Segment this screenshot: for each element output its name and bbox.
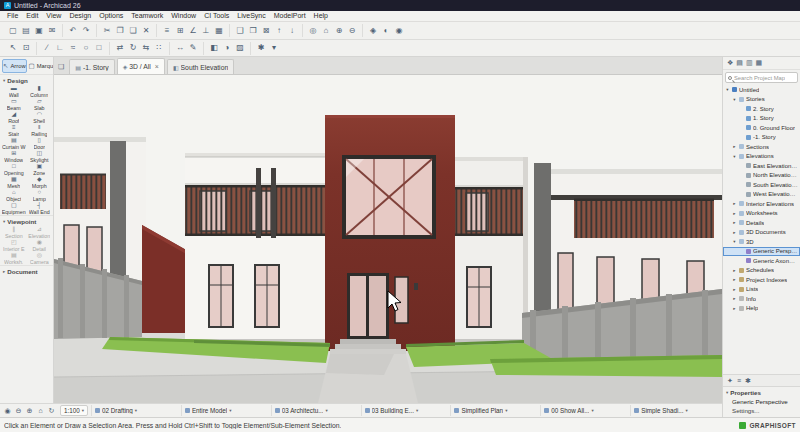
tree-expand-icon[interactable]: ▸: [732, 306, 737, 311]
toolbox-section-header[interactable]: ▾ Design: [0, 74, 53, 85]
tree-item[interactable]: 1. Story: [723, 114, 800, 124]
view-tab[interactable]: ◈ 3D / All ×: [117, 58, 165, 74]
tree-item[interactable]: ▸ Schedules: [723, 266, 800, 276]
render-icon[interactable]: ◐: [380, 25, 392, 37]
morph-tool[interactable]: ◆ Morph: [27, 176, 53, 189]
tree-expand-icon[interactable]: ▸: [732, 201, 737, 206]
section-display-icon[interactable]: ◧: [208, 42, 220, 54]
tree-expand-icon[interactable]: ▾: [732, 239, 737, 244]
stair-tool[interactable]: ≡ Stair: [1, 124, 27, 137]
marquee-tool-button[interactable]: ▢ Marquee: [28, 59, 54, 73]
arrow-tool-button[interactable]: ↖ Arrow: [2, 59, 27, 73]
gravity-icon[interactable]: ⊥: [200, 25, 212, 37]
tab-list-icon[interactable]: ❏: [56, 63, 66, 71]
opening-tool[interactable]: □ Opening: [1, 163, 27, 176]
more-tools-icon[interactable]: ▾: [268, 42, 280, 54]
menu-item[interactable]: File: [3, 11, 22, 21]
zone-tool[interactable]: ▣ Zone: [27, 163, 53, 176]
tree-item[interactable]: ▸ Worksheets: [723, 209, 800, 219]
section-tool[interactable]: ∥ Section: [1, 226, 27, 239]
undo-icon[interactable]: ↶: [67, 25, 79, 37]
draw-rect-icon[interactable]: □: [93, 42, 105, 54]
properties-header[interactable]: ▾ Properties: [723, 387, 800, 397]
worksheet-tool[interactable]: ▤ Worksh.: [1, 252, 27, 265]
door-tool[interactable]: ▯ Door: [27, 137, 53, 150]
tree-item[interactable]: South Elevation (Auto-...: [723, 180, 800, 190]
tree-item[interactable]: ▸ Info: [723, 294, 800, 304]
menu-item[interactable]: Options: [95, 11, 127, 21]
redo-icon[interactable]: ↷: [80, 25, 92, 37]
zoom-out-icon[interactable]: ⊖: [13, 407, 24, 415]
toolbox-section-header[interactable]: ▾ Viewpoint: [0, 215, 53, 226]
draw-polyline-icon[interactable]: ∟: [54, 42, 66, 54]
tree-expand-icon[interactable]: ▸: [732, 211, 737, 216]
zoom-in-icon[interactable]: ⊕: [333, 25, 345, 37]
marquee-select-icon[interactable]: ⊡: [20, 42, 32, 54]
shell-tool[interactable]: ◠ Shell: [27, 111, 53, 124]
view-tab[interactable]: ◧ South Elevation: [167, 59, 234, 74]
mesh-tool[interactable]: ▦ Mesh: [1, 176, 27, 189]
quick-option-dropdown[interactable]: Simplified Plan ▾: [450, 405, 540, 416]
orbit-icon[interactable]: ◎: [307, 25, 319, 37]
tree-expand-icon[interactable]: ▾: [732, 97, 737, 102]
draw-spline-icon[interactable]: ≈: [67, 42, 79, 54]
trace-reference-icon[interactable]: ▦: [213, 25, 225, 37]
tree-item[interactable]: ▸ Lists: [723, 285, 800, 295]
3d-viewport[interactable]: [54, 75, 722, 403]
toolbox-section-header[interactable]: ▸ Document: [0, 265, 53, 276]
fit-in-window-icon[interactable]: ⌂: [320, 25, 332, 37]
tree-expand-icon[interactable]: ▸: [732, 277, 737, 282]
tree-item[interactable]: Generic Axonometry: [723, 256, 800, 266]
tree-expand-icon[interactable]: ▾: [732, 154, 737, 159]
tab-close-icon[interactable]: ×: [155, 63, 159, 70]
tree-expand-icon[interactable]: ▾: [725, 87, 730, 92]
menu-item[interactable]: Teamwork: [127, 11, 167, 21]
menu-item[interactable]: Help: [310, 11, 332, 21]
tree-item[interactable]: ▾ Stories: [723, 95, 800, 105]
railing-tool[interactable]: ‖ Railing: [27, 124, 53, 137]
tree-item[interactable]: ▾ Elevations: [723, 152, 800, 162]
view-map-icon[interactable]: ▥: [746, 59, 753, 67]
project-chooser-icon[interactable]: ❖: [727, 59, 733, 67]
group-icon[interactable]: ❑: [234, 25, 246, 37]
quick-options-icon[interactable]: ◉: [2, 407, 13, 415]
draw-line-icon[interactable]: ∕: [41, 42, 53, 54]
lock-icon[interactable]: ⊠: [260, 25, 272, 37]
quick-option-dropdown[interactable]: 03 Architectu... ▾: [271, 405, 361, 416]
quick-option-dropdown[interactable]: Entire Model ▾: [181, 405, 271, 416]
menu-item[interactable]: Window: [167, 11, 200, 21]
window-tool[interactable]: ⊞ Window: [1, 150, 27, 163]
properties-list-icon[interactable]: ≡: [737, 377, 741, 384]
layers-icon[interactable]: ≡: [161, 25, 173, 37]
tree-item[interactable]: ▸ Project Indexes: [723, 275, 800, 285]
tree-item[interactable]: East Elevation (Auto-re...: [723, 161, 800, 171]
favorites-icon[interactable]: ✦: [727, 377, 733, 385]
tree-item[interactable]: -1. Story: [723, 133, 800, 143]
save-icon[interactable]: ▣: [33, 25, 45, 37]
tree-expand-icon[interactable]: ▸: [732, 287, 737, 292]
wall-tool[interactable]: ▬ Wall: [1, 85, 27, 98]
properties-settings-link[interactable]: Settings...: [723, 406, 800, 415]
select-arrow-icon[interactable]: ↖: [7, 42, 19, 54]
quick-layers-icon[interactable]: ✱: [255, 42, 267, 54]
quick-option-dropdown[interactable]: 03 Building E... ▾: [361, 405, 451, 416]
tree-item[interactable]: ▸ Help: [723, 304, 800, 314]
tree-expand-icon[interactable]: ▸: [732, 144, 737, 149]
copy-icon[interactable]: ❐: [114, 25, 126, 37]
properties-selection[interactable]: Generic Perspective: [723, 397, 800, 406]
fit-in-window-icon[interactable]: ⌂: [35, 407, 46, 414]
bring-forward-icon[interactable]: ↑: [273, 25, 285, 37]
tree-item[interactable]: West Elevation (Auto-re...: [723, 190, 800, 200]
3d-settings-icon[interactable]: ◈: [367, 25, 379, 37]
tree-item[interactable]: North Elevation (Auto-...: [723, 171, 800, 181]
tree-item[interactable]: 0. Ground Floor: [723, 123, 800, 133]
shading-icon[interactable]: ◑: [221, 42, 233, 54]
send-backward-icon[interactable]: ↓: [286, 25, 298, 37]
guide-lines-icon[interactable]: ∠: [187, 25, 199, 37]
detail-tool[interactable]: ◉ Detail: [27, 239, 53, 252]
tree-expand-icon[interactable]: ▸: [732, 220, 737, 225]
curtain-wall-tool[interactable]: ▤ Curtain W: [1, 137, 27, 150]
hatch-icon[interactable]: ▨: [234, 42, 246, 54]
multiply-icon[interactable]: ∷: [153, 42, 165, 54]
equipment-tool[interactable]: ▢ Equipmen: [1, 202, 27, 215]
